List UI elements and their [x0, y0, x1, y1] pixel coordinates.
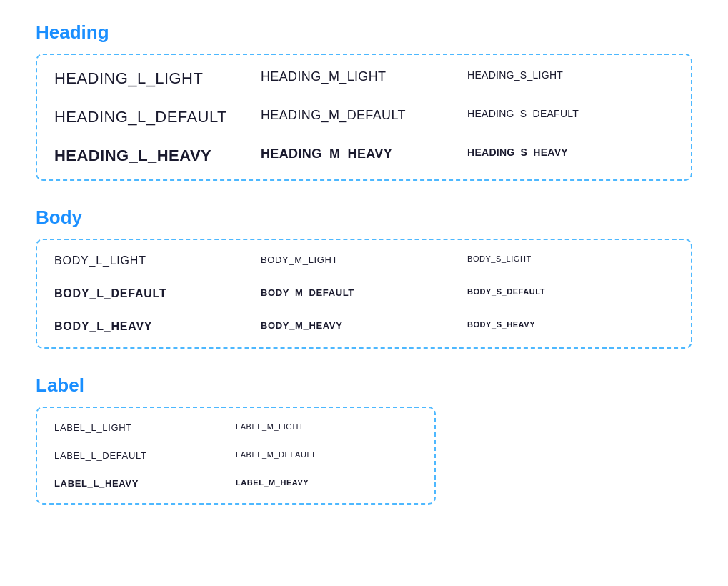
- body-grid: BODY_L_LIGHT BODY_M_LIGHT BODY_S_LIGHT B…: [54, 254, 674, 333]
- body-m-heavy-label: BODY_M_HEAVY: [261, 320, 467, 333]
- label-dashed-box: LABEL_L_LIGHT LABEL_M_LIGHT LABEL_L_DEFA…: [36, 407, 436, 505]
- heading-l-default-label: HEADING_L_DEFAULT: [54, 108, 261, 126]
- label-l-heavy-label: LABEL_L_HEAVY: [54, 478, 236, 489]
- heading-section: Heading HEADING_L_LIGHT HEADING_M_LIGHT …: [36, 21, 692, 181]
- label-section: Label LABEL_L_LIGHT LABEL_M_LIGHT LABEL_…: [36, 374, 692, 505]
- heading-s-light-label: HEADING_S_LIGHT: [467, 69, 674, 88]
- heading-s-heavy-label: HEADING_S_HEAVY: [467, 146, 674, 165]
- label-grid: LABEL_L_LIGHT LABEL_M_LIGHT LABEL_L_DEFA…: [54, 422, 417, 489]
- heading-s-default-label: HEADING_S_DEAFULT: [467, 108, 674, 126]
- heading-m-light-label: HEADING_M_LIGHT: [261, 69, 467, 88]
- body-m-default-label: BODY_M_DEFAULT: [261, 287, 467, 300]
- body-l-light-label: BODY_L_LIGHT: [54, 254, 261, 267]
- label-l-light-label: LABEL_L_LIGHT: [54, 422, 236, 433]
- label-m-default-label: LABEL_M_DEFAULT: [236, 450, 417, 461]
- heading-section-title: Heading: [36, 21, 692, 44]
- heading-dashed-box: HEADING_L_LIGHT HEADING_M_LIGHT HEADING_…: [36, 54, 692, 181]
- body-s-default-label: BODY_S_DEFAULT: [467, 287, 674, 300]
- label-l-default-label: LABEL_L_DEFAULT: [54, 450, 236, 461]
- body-s-light-label: BODY_S_LIGHT: [467, 254, 674, 267]
- body-m-light-label: BODY_M_LIGHT: [261, 254, 467, 267]
- heading-m-heavy-label: HEADING_M_HEAVY: [261, 146, 467, 165]
- label-m-heavy-label: LABEL_M_HEAVY: [236, 478, 417, 489]
- body-section: Body BODY_L_LIGHT BODY_M_LIGHT BODY_S_LI…: [36, 207, 692, 349]
- body-section-title: Body: [36, 207, 692, 229]
- heading-l-heavy-label: HEADING_L_HEAVY: [54, 146, 261, 165]
- body-s-heavy-label: BODY_S_HEAVY: [467, 320, 674, 333]
- label-section-title: Label: [36, 374, 692, 397]
- body-l-heavy-label: BODY_L_HEAVY: [54, 320, 261, 333]
- heading-grid: HEADING_L_LIGHT HEADING_M_LIGHT HEADING_…: [54, 69, 674, 165]
- heading-l-light-label: HEADING_L_LIGHT: [54, 69, 261, 88]
- body-l-default-label: BODY_L_DEFAULT: [54, 287, 261, 300]
- body-dashed-box: BODY_L_LIGHT BODY_M_LIGHT BODY_S_LIGHT B…: [36, 239, 692, 349]
- label-m-light-label: LABEL_M_LIGHT: [236, 422, 417, 433]
- heading-m-default-label: HEADING_M_DEFAULT: [261, 108, 467, 126]
